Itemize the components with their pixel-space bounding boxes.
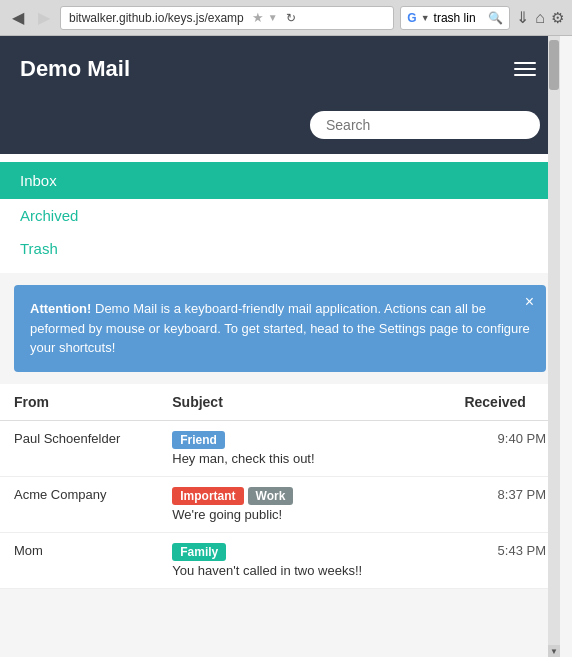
scrollbar[interactable]: ▼ — [548, 36, 560, 657]
table-row[interactable]: MomFamilyYou haven't called in two weeks… — [0, 532, 560, 588]
google-icon: G — [407, 11, 416, 25]
nav-item-inbox[interactable]: Inbox — [0, 162, 560, 199]
column-from: From — [0, 384, 158, 421]
home-icon: ⌂ — [535, 9, 545, 27]
hamburger-button[interactable] — [510, 58, 540, 80]
hamburger-line-1 — [514, 62, 536, 64]
app-header: Demo Mail — [0, 36, 560, 101]
email-received: 8:37 PM — [450, 476, 560, 532]
browser-bar: ◀ ▶ bitwalker.github.io/keys.js/examp ★ … — [0, 0, 572, 36]
alert-bold-text: Attention! — [30, 301, 91, 316]
email-subject: FriendHey man, check this out! — [158, 420, 450, 476]
email-received: 9:40 PM — [450, 420, 560, 476]
address-url: bitwalker.github.io/keys.js/examp — [69, 11, 244, 25]
email-subject: FamilyYou haven't called in two weeks!! — [158, 532, 450, 588]
search-input[interactable] — [310, 111, 540, 139]
nav-item-trash[interactable]: Trash — [0, 232, 560, 265]
alert-message: Demo Mail is a keyboard-friendly mail ap… — [30, 301, 530, 355]
tag-important: Important — [172, 487, 243, 505]
hamburger-line-3 — [514, 74, 536, 76]
alert-close-button[interactable]: × — [525, 293, 534, 311]
tag-friend: Friend — [172, 431, 225, 449]
dropdown-icon: ▼ — [268, 12, 278, 23]
email-from: Paul Schoenfelder — [0, 420, 158, 476]
table-row[interactable]: Paul SchoenfelderFriendHey man, check th… — [0, 420, 560, 476]
app-title: Demo Mail — [20, 56, 130, 82]
tag-work: Work — [248, 487, 294, 505]
email-received: 5:43 PM — [450, 532, 560, 588]
scrollbar-thumb[interactable] — [549, 40, 559, 90]
tag-family: Family — [172, 543, 226, 561]
email-table: From Subject Received Paul SchoenfelderF… — [0, 384, 560, 589]
reload-icon: ↻ — [286, 11, 296, 25]
search-icon: 🔍 — [488, 11, 503, 25]
forward-button[interactable]: ▶ — [34, 6, 54, 29]
nav-item-archived[interactable]: Archived — [0, 199, 560, 232]
address-bar[interactable]: bitwalker.github.io/keys.js/examp ★ ▼ ↻ — [60, 6, 394, 30]
dropdown-icon: ▼ — [421, 13, 430, 23]
column-received: Received — [450, 384, 560, 421]
alert-box: × Attention! Demo Mail is a keyboard-fri… — [14, 285, 546, 372]
browser-search-bar[interactable]: G ▼ trash lin 🔍 — [400, 6, 510, 30]
email-subject: ImportantWorkWe're going public! — [158, 476, 450, 532]
hamburger-line-2 — [514, 68, 536, 70]
search-section — [0, 101, 560, 154]
scrollbar-down-arrow[interactable]: ▼ — [548, 645, 560, 657]
table-row[interactable]: Acme CompanyImportantWorkWe're going pub… — [0, 476, 560, 532]
browser-search-text: trash lin — [434, 11, 485, 25]
column-subject: Subject — [158, 384, 450, 421]
navigation: Inbox Archived Trash — [0, 154, 560, 273]
email-from: Acme Company — [0, 476, 158, 532]
app-container: Demo Mail Inbox Archived Trash × Attenti… — [0, 36, 560, 657]
extension-icon: ⚙ — [551, 9, 564, 27]
back-button[interactable]: ◀ — [8, 6, 28, 29]
download-icon: ⇓ — [516, 8, 529, 27]
table-header-row: From Subject Received — [0, 384, 560, 421]
email-from: Mom — [0, 532, 158, 588]
star-icon: ★ — [252, 10, 264, 25]
